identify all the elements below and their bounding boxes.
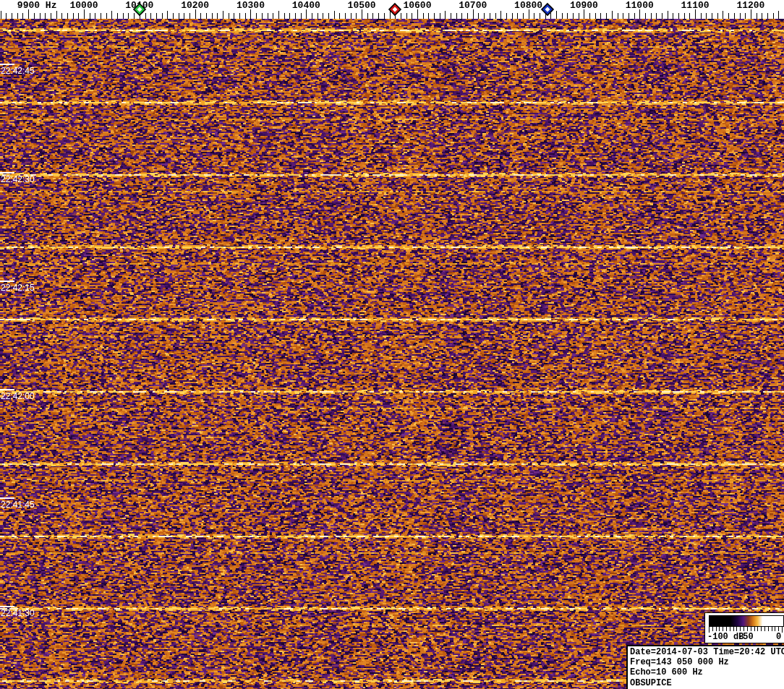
time-tick	[0, 389, 14, 390]
time-tick	[0, 281, 14, 282]
freq-tick-label: 10300	[237, 0, 265, 11]
time-label: 22:41:30	[1, 608, 35, 618]
freq-tick-label: 11000	[626, 0, 654, 11]
time-label: 22:42:15	[1, 283, 35, 293]
status-info-box: Date=2014-07-03 Time=20:42 UTC Freq=143 …	[626, 645, 784, 689]
frequency-ruler[interactable]: 9900 Hz100001010010200103001040010500106…	[0, 0, 784, 19]
freq-tick-label: 10500	[348, 0, 376, 11]
freq-tick-label: 10700	[459, 0, 487, 11]
spectrum-lab-window: 9900 Hz100001010010200103001040010500106…	[0, 0, 784, 689]
marker-diamond-green[interactable]	[132, 2, 147, 17]
freq-tick-label: 11200	[736, 0, 764, 11]
time-label: 22:42:45	[1, 66, 35, 76]
freq-tick-label: 10800	[514, 0, 542, 11]
marker-diamond-red[interactable]	[388, 2, 402, 17]
freq-tick-label: 10900	[570, 0, 598, 11]
db-label-max: 0	[776, 632, 781, 642]
db-label-mid: -50	[738, 632, 754, 642]
freq-tick-label: 10600	[403, 0, 431, 11]
marker-diamond-blue[interactable]	[540, 2, 555, 17]
freq-tick-label: 9900 Hz	[17, 0, 57, 11]
waterfall-display[interactable]	[0, 19, 784, 689]
time-tick	[0, 172, 14, 174]
time-tick	[0, 497, 14, 499]
info-line-freq: Freq=143 050 000 Hz	[630, 657, 784, 667]
time-label: 22:41:45	[1, 500, 35, 510]
color-scale-legend: -100 dB -50 0	[704, 612, 784, 643]
time-label: 22:42:00	[1, 391, 35, 401]
time-label: 22:42:30	[1, 174, 35, 184]
freq-tick-label: 11100	[681, 0, 710, 11]
freq-tick-label: 10200	[181, 0, 209, 11]
info-line-date: Date=2014-07-03 Time=20:42 UTC	[630, 647, 784, 657]
color-scale-gradient	[709, 615, 784, 627]
freq-tick-label: 10400	[292, 0, 320, 11]
time-tick	[0, 606, 14, 607]
freq-tick-label: 10000	[69, 0, 98, 11]
info-line-echo: Echo=10 600 Hz	[630, 667, 784, 677]
info-line-station: OBSUPICE	[630, 678, 784, 688]
time-tick	[0, 64, 14, 65]
